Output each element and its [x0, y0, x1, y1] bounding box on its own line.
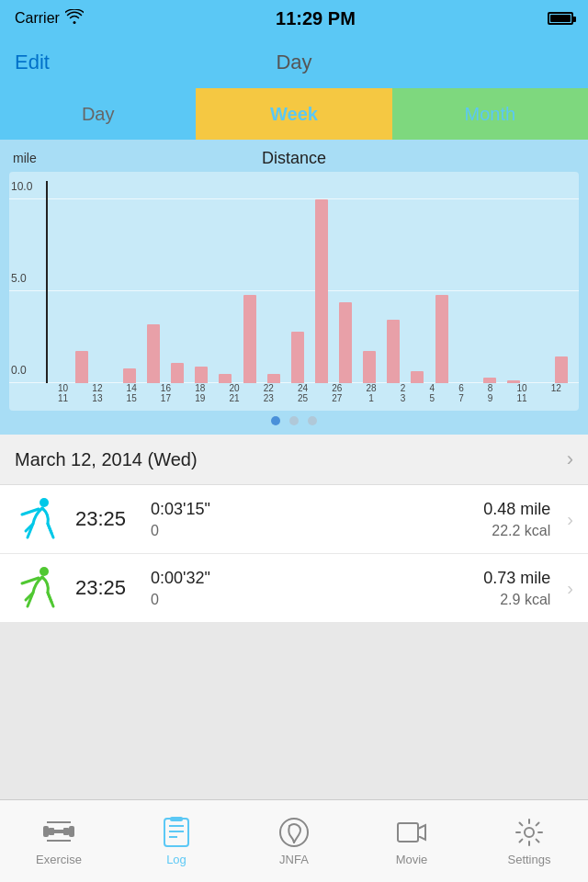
svg-rect-8 — [63, 828, 69, 835]
bar-12 — [339, 302, 352, 383]
x-label-2: 1415 — [127, 383, 137, 403]
bar-15 — [411, 371, 424, 383]
bar-14 — [387, 320, 400, 383]
activity-duration-1: 0:00'32" — [151, 569, 472, 588]
bar-10 — [291, 332, 304, 383]
activity-zero-1: 0 — [151, 592, 472, 608]
chart-title: Distance — [9, 149, 579, 168]
activity-chevron-0: › — [567, 509, 573, 530]
activity-distance-1: 0.73 mile — [483, 569, 550, 588]
bar-6 — [195, 367, 208, 383]
x-label-14: 1011 — [517, 383, 527, 403]
activity-middle-0: 0:03'15" 0 — [151, 500, 472, 539]
nav-bar: Edit Day — [0, 37, 588, 88]
svg-rect-17 — [398, 823, 418, 842]
x-label-3: 1617 — [161, 383, 171, 403]
x-label-7: 2425 — [298, 383, 308, 403]
settings-label: Settings — [508, 853, 551, 866]
activity-row-1: 23:25 0:00'32" 0 0.73 mile 2.9 kcal › — [0, 554, 588, 623]
bars-area — [46, 181, 573, 383]
activity-duration-0: 0:03'15" — [151, 500, 472, 519]
status-right — [548, 12, 573, 25]
date-chevron-icon: › — [567, 447, 573, 471]
bottom-tab-settings[interactable]: Settings — [470, 816, 588, 866]
svg-marker-18 — [418, 825, 425, 840]
date-row[interactable]: March 12, 2014 (Wed) › — [0, 435, 588, 485]
bottom-tab-bar: Exercise Log JNFA — [0, 799, 588, 882]
status-time: 11:29 PM — [276, 8, 356, 29]
bar-7 — [219, 374, 232, 383]
carrier-label: Carrier — [15, 10, 60, 27]
x-label-4: 1819 — [195, 383, 205, 403]
activity-time-1: 23:25 — [75, 576, 140, 600]
chart-unit: mile — [13, 151, 37, 165]
activity-chevron-1: › — [567, 578, 573, 599]
bar-21 — [555, 356, 568, 383]
movie-icon — [395, 816, 428, 849]
chart-area: mile Distance 10.0 5.0 0.0 1011121314151… — [0, 140, 588, 435]
activity-kcal-0: 22.2 kcal — [492, 523, 550, 539]
x-label-0: 1011 — [58, 383, 68, 403]
bottom-tab-movie[interactable]: Movie — [353, 816, 470, 866]
x-label-11: 45 — [429, 383, 435, 403]
bar-16 — [435, 295, 448, 383]
activity-row-0: 23:25 0:03'15" 0 0.48 mile 22.2 kcal › — [0, 485, 588, 554]
bar-8 — [243, 295, 256, 383]
activity-zero-0: 0 — [151, 523, 472, 539]
exercise-label: Exercise — [36, 853, 82, 866]
wifi-icon — [65, 9, 84, 28]
dot-1 — [271, 416, 280, 425]
y-label-10: 10.0 — [11, 180, 32, 193]
jnfa-label: JNFA — [279, 853, 309, 866]
chart-container[interactable]: 10.0 5.0 0.0 101112131415161718192021222… — [9, 172, 579, 411]
svg-rect-6 — [69, 826, 74, 837]
tab-day[interactable]: Day — [0, 88, 196, 140]
bar-1 — [75, 351, 88, 383]
nav-title: Day — [276, 51, 311, 74]
status-left: Carrier — [15, 9, 84, 28]
activity-middle-1: 0:00'32" 0 — [151, 569, 472, 608]
activity-icon-1 — [15, 563, 64, 613]
activity-time-0: 23:25 — [75, 507, 140, 531]
battery-icon — [548, 12, 573, 25]
dot-2 — [289, 416, 299, 425]
y-label-0: 0.0 — [11, 364, 27, 377]
bar-13 — [363, 351, 376, 383]
bar-4 — [147, 324, 160, 383]
activity-right-1: 0.73 mile 2.9 kcal — [483, 569, 550, 608]
bar-11 — [315, 199, 328, 383]
bottom-tab-log[interactable]: Log — [118, 816, 235, 866]
x-label-15: 12 — [551, 383, 561, 393]
exercise-icon — [42, 816, 75, 849]
activity-icon-0 — [15, 494, 64, 544]
svg-rect-5 — [43, 826, 49, 837]
edit-button[interactable]: Edit — [15, 51, 50, 74]
bar-5 — [171, 363, 184, 383]
tab-month[interactable]: Month — [392, 88, 588, 140]
x-label-8: 2627 — [332, 383, 342, 403]
bottom-tab-jnfa[interactable]: JNFA — [235, 816, 353, 866]
x-label-9: 281 — [366, 383, 376, 403]
y-label-5: 5.0 — [11, 272, 27, 285]
svg-point-2 — [40, 567, 49, 576]
svg-point-19 — [525, 828, 534, 837]
dot-3 — [308, 416, 317, 425]
bar-3 — [123, 368, 136, 383]
log-label: Log — [166, 853, 187, 866]
x-label-12: 67 — [458, 383, 464, 403]
bottom-tab-exercise[interactable]: Exercise — [0, 816, 118, 866]
dots-indicator — [9, 411, 579, 429]
date-text: March 12, 2014 (Wed) — [15, 449, 198, 470]
svg-rect-7 — [49, 828, 54, 835]
x-label-6: 2223 — [264, 383, 274, 403]
bar-9 — [267, 374, 280, 383]
tab-week[interactable]: Week — [196, 88, 391, 140]
log-icon — [160, 816, 193, 849]
movie-label: Movie — [396, 853, 428, 866]
svg-rect-15 — [170, 817, 183, 821]
status-bar: Carrier 11:29 PM — [0, 0, 588, 37]
jnfa-icon — [277, 816, 311, 849]
activity-kcal-1: 2.9 kcal — [500, 592, 550, 608]
x-label-1: 1213 — [92, 383, 102, 403]
x-label-13: 89 — [488, 383, 493, 403]
